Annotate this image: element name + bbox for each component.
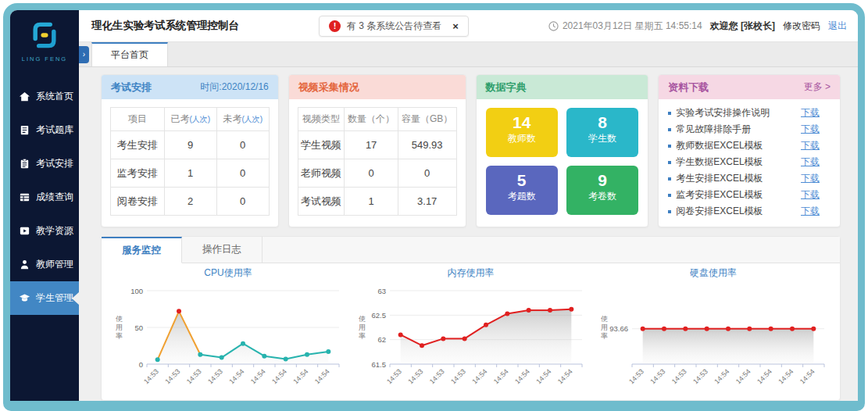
svg-text:14:53: 14:53 bbox=[385, 367, 403, 385]
svg-text:14:53: 14:53 bbox=[691, 367, 709, 385]
notice-text[interactable]: 有 3 条系统公告待查看 bbox=[347, 20, 441, 33]
sidebar-collapse-toggle[interactable]: › bbox=[79, 46, 89, 63]
list-item: 实验考试安排操作说明下载 bbox=[668, 105, 830, 121]
app-window: LING FENG › 系统首页 考试题库 考试安排 成绩查询 bbox=[3, 3, 865, 411]
table-row: 学生视频 17 549.93 bbox=[298, 131, 456, 159]
table-row: 监考安排 1 0 bbox=[111, 159, 270, 188]
card-title: 视频采集情况 bbox=[298, 80, 359, 95]
svg-text:62: 62 bbox=[377, 335, 386, 344]
stat-value: 5 bbox=[486, 171, 558, 190]
svg-text:14:53: 14:53 bbox=[163, 367, 181, 385]
col-header: 视频类型 bbox=[298, 108, 345, 131]
cpu-usage-chart: CPU使用率 05010014:5314:5314:5314:5314:5414… bbox=[109, 266, 347, 398]
download-link[interactable]: 下载 bbox=[801, 139, 820, 152]
list-item: 教师数据EXCEL模板下载 bbox=[668, 138, 830, 154]
col-header: 容量（GB） bbox=[398, 108, 456, 131]
svg-text:用: 用 bbox=[601, 323, 608, 331]
chart-title: CPU使用率 bbox=[109, 266, 347, 280]
svg-text:14:53: 14:53 bbox=[670, 367, 688, 385]
app-logo: LING FENG bbox=[10, 10, 79, 66]
col-header: 未考(人次) bbox=[216, 108, 269, 131]
scores-icon bbox=[19, 191, 30, 203]
sidebar-item-teacher-management[interactable]: 教师管理 bbox=[10, 248, 79, 281]
exam-schedule-icon bbox=[19, 158, 30, 170]
home-icon bbox=[19, 91, 30, 102]
svg-text:14:54: 14:54 bbox=[227, 367, 245, 385]
svg-text:14:54: 14:54 bbox=[491, 367, 509, 385]
sidebar-item-label: 教师管理 bbox=[36, 258, 73, 271]
svg-text:14:53: 14:53 bbox=[648, 367, 666, 385]
sidebar-item-scores[interactable]: 成绩查询 bbox=[10, 180, 79, 214]
svg-text:14:54: 14:54 bbox=[270, 367, 288, 385]
bullet-icon bbox=[668, 177, 671, 180]
sidebar-item-label: 系统首页 bbox=[36, 90, 73, 103]
stat-label: 教师数 bbox=[486, 132, 558, 145]
svg-text:14:54: 14:54 bbox=[798, 367, 816, 385]
svg-text:14:54: 14:54 bbox=[755, 367, 773, 385]
svg-text:14:53: 14:53 bbox=[142, 367, 160, 385]
tab-platform-home[interactable]: 平台首页 bbox=[91, 42, 168, 66]
card-title: 考试安排 bbox=[111, 80, 152, 95]
change-password-link[interactable]: 修改密码 bbox=[783, 20, 820, 33]
student-icon bbox=[19, 292, 30, 304]
download-link[interactable]: 下载 bbox=[801, 155, 820, 169]
bullet-icon bbox=[668, 128, 671, 131]
svg-text:用: 用 bbox=[359, 323, 366, 331]
svg-text:62.5: 62.5 bbox=[371, 311, 386, 320]
clock-icon bbox=[548, 21, 559, 31]
exam-table: 项目 已考(人次) 未考(人次) 考生安排 9 0 监考安排 bbox=[110, 107, 270, 216]
close-icon[interactable]: × bbox=[452, 20, 459, 32]
chart-title: 硬盘使用率 bbox=[595, 266, 832, 280]
stat-label: 考题数 bbox=[486, 190, 558, 203]
logout-link[interactable]: 退出 bbox=[828, 20, 847, 33]
tab-operation-log[interactable]: 操作日志 bbox=[182, 237, 263, 263]
stat-value: 8 bbox=[566, 113, 638, 132]
svg-text:14:53: 14:53 bbox=[185, 367, 203, 385]
video-capture-card: 视频采集情况 视频类型 数量（个） 容量（GB） 学生视频 17 bbox=[288, 74, 466, 227]
download-link[interactable]: 下载 bbox=[801, 172, 820, 185]
svg-text:14:53: 14:53 bbox=[449, 367, 467, 385]
service-monitor-panel: 服务监控 操作日志 CPU使用率 05010014:5314:5314:5314… bbox=[101, 236, 841, 401]
stat-tile-teachers[interactable]: 14 教师数 bbox=[486, 108, 558, 157]
svg-text:14:53: 14:53 bbox=[406, 367, 424, 385]
sidebar-item-student-management[interactable]: 学生管理 bbox=[10, 281, 79, 315]
cpu-usage-plot: 05010014:5314:5314:5314:5314:5414:5414:5… bbox=[109, 280, 347, 398]
card-title: 数据字典 bbox=[486, 80, 527, 95]
sidebar-item-exam-schedule[interactable]: 考试安排 bbox=[10, 147, 79, 180]
stat-tile-students[interactable]: 8 学生数 bbox=[566, 108, 638, 157]
svg-text:50: 50 bbox=[134, 323, 143, 332]
sidebar-item-label: 学生管理 bbox=[36, 291, 73, 305]
tab-service-monitor[interactable]: 服务监控 bbox=[102, 237, 182, 263]
datetime-text: 2021年03月12日 星期五 14:55:14 bbox=[563, 20, 702, 33]
stat-tile-questions[interactable]: 5 考题数 bbox=[486, 166, 558, 215]
disk-usage-chart: 硬盘使用率 93.6614:5314:5314:5314:5314:5414:5… bbox=[595, 266, 832, 398]
sidebar-item-teaching-resources[interactable]: 教学资源 bbox=[10, 214, 79, 248]
svg-text:14:54: 14:54 bbox=[249, 367, 267, 385]
video-table: 视频类型 数量（个） 容量（GB） 学生视频 17 549.93 老师视频 bbox=[298, 107, 457, 216]
col-header: 项目 bbox=[111, 108, 165, 131]
download-link[interactable]: 下载 bbox=[801, 188, 820, 202]
list-item: 监考安排EXCEL模板下载 bbox=[668, 187, 830, 203]
page-tabbar: 平台首页 bbox=[79, 42, 858, 67]
data-dictionary-card: 数据字典 14 教师数 8 学生数 5 bbox=[476, 74, 649, 227]
download-link[interactable]: 下载 bbox=[801, 123, 820, 136]
svg-text:14:54: 14:54 bbox=[291, 367, 309, 385]
page-title: 理化生实验考试系统管理控制台 bbox=[91, 19, 239, 33]
system-notice-banner[interactable]: ! 有 3 条系统公告待查看 × bbox=[319, 16, 469, 37]
stat-tile-papers[interactable]: 9 考卷数 bbox=[566, 166, 638, 215]
download-link[interactable]: 下载 bbox=[801, 106, 820, 120]
list-item: 常见故障排除手册下载 bbox=[668, 121, 830, 138]
sidebar-item-system-home[interactable]: 系统首页 bbox=[10, 80, 79, 113]
downloads-card: 资料下载 更多 > 实验考试安排操作说明下载 常见故障排除手册下载 教师数据EX… bbox=[658, 74, 841, 227]
sidebar-item-label: 成绩查询 bbox=[36, 191, 73, 204]
download-link[interactable]: 下载 bbox=[801, 205, 820, 218]
stat-value: 14 bbox=[486, 113, 558, 132]
svg-text:14:53: 14:53 bbox=[627, 367, 645, 385]
sidebar-item-question-bank[interactable]: 考试题库 bbox=[10, 113, 79, 147]
table-row: 考试视频 1 3.17 bbox=[298, 188, 456, 216]
svg-text:14:54: 14:54 bbox=[513, 367, 531, 385]
bullet-icon bbox=[668, 210, 671, 213]
more-link[interactable]: 更多 > bbox=[804, 80, 830, 94]
sidebar-menu: 系统首页 考试题库 考试安排 成绩查询 教学资源 bbox=[10, 80, 79, 315]
dashboard-content: 考试安排 时间:2020/12/16 项目 已考(人次) 未考(人次) 考生安排 bbox=[79, 67, 858, 401]
